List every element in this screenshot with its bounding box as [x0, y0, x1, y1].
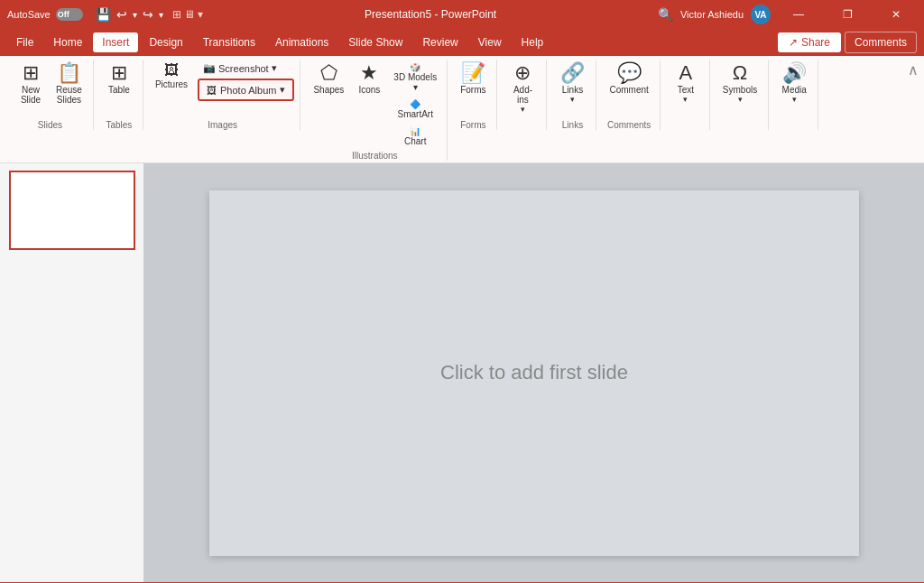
media-button[interactable]: 🔊 Media ▾ [776, 60, 812, 107]
forms-group-label: Forms [460, 118, 485, 130]
qat-icons: ⊞ 🖥 ▾ [172, 8, 204, 21]
menu-file[interactable]: File [7, 32, 42, 52]
addins-button[interactable]: ⊕ Add-ins ▾ [504, 60, 541, 117]
comment-button[interactable]: 💬 Comment [604, 60, 653, 98]
canvas-placeholder[interactable]: Click to add first slide [440, 361, 628, 384]
ribbon-group-illustrations: ⬠ Shapes ★ Icons 🎲 3D Models ▾ 🔷 SmartAr… [302, 60, 448, 161]
ribbon-collapse-button[interactable]: ∧ [906, 60, 920, 80]
autosave-label: AutoSave [7, 9, 51, 20]
undo-icon[interactable]: ↩ [116, 7, 127, 22]
ribbon-group-media: 🔊 Media ▾ [771, 60, 818, 130]
symbols-icon: Ω [733, 63, 747, 83]
ribbon-group-text: A Text ▾ [662, 60, 710, 130]
share-button[interactable]: ↗ Share [778, 32, 841, 52]
pictures-button[interactable]: 🖼 Pictures [151, 60, 192, 92]
media-icon: 🔊 [782, 63, 807, 83]
restore-button[interactable]: ❐ [827, 0, 868, 29]
ribbon-group-tables: ⊞ Table Tables [96, 60, 143, 130]
redo-icon[interactable]: ↪ [143, 7, 153, 22]
new-slide-icon: ⊞ [23, 63, 39, 83]
screenshot-button[interactable]: 📷 Screenshot ▾ [198, 60, 294, 77]
comments-button[interactable]: Comments [845, 32, 917, 53]
slide-canvas[interactable]: Click to add first slide [209, 190, 859, 556]
links-icon: 🔗 [560, 63, 585, 83]
reuse-slides-icon: 📋 [57, 63, 81, 83]
screenshot-icon: 📷 [203, 62, 216, 74]
links-button[interactable]: 🔗 Links ▾ [554, 60, 590, 107]
forms-icon: 📝 [461, 63, 485, 83]
title-bar-left: AutoSave Off 💾 ↩ ▾ ↪ ▾ ⊞ 🖥 ▾ [7, 7, 203, 22]
table-button[interactable]: ⊞ Table [101, 60, 137, 98]
photo-album-button[interactable]: 🖼 Photo Album ▾ [198, 79, 294, 101]
text-icon: A [679, 63, 693, 83]
share-icon: ↗ [789, 36, 798, 49]
ribbon-group-forms: 📝 Forms Forms [449, 60, 497, 130]
ribbon-group-comments: 💬 Comment Comments [598, 60, 660, 130]
undo-arrow[interactable]: ▾ [133, 10, 137, 20]
menu-view[interactable]: View [469, 32, 511, 52]
main-area: Click to add first slide [0, 163, 924, 582]
menu-actions: ↗ Share Comments [778, 32, 917, 53]
table-icon: ⊞ [111, 63, 127, 83]
forms-button[interactable]: 📝 Forms [455, 60, 491, 98]
slides-panel[interactable] [0, 163, 144, 582]
app-title: Presentation5 - PowerPoint [203, 8, 658, 21]
pictures-icon: 🖼 [164, 62, 179, 79]
illus-col: 🎲 3D Models ▾ 🔷 SmartArt 📊 Chart [389, 60, 441, 149]
comment-icon: 💬 [617, 63, 642, 83]
autosave-toggle[interactable]: Off [56, 8, 83, 21]
slides-buttons: ⊞ New Slide 📋 Reuse Slides [13, 60, 88, 118]
username-label: Victor Ashiedu [680, 9, 744, 20]
title-bar-right: 🔍 Victor Ashiedu VA — ❐ ✕ [658, 0, 917, 29]
models-icon: 🎲 [410, 62, 420, 72]
photo-album-dropdown-arrow[interactable]: ▾ [280, 84, 285, 96]
text-button[interactable]: A Text ▾ [668, 60, 704, 107]
chart-button[interactable]: 📊 Chart [389, 124, 441, 149]
reuse-slides-button[interactable]: 📋 Reuse Slides [51, 60, 88, 108]
slides-group-label: Slides [38, 118, 62, 130]
menu-animations[interactable]: Animations [266, 32, 337, 52]
chart-icon: 📊 [410, 126, 420, 136]
menu-slideshow[interactable]: Slide Show [339, 32, 411, 52]
icons-button[interactable]: ★ Icons [351, 60, 387, 149]
screenshot-dropdown-arrow[interactable]: ▾ [272, 62, 277, 74]
shapes-icon: ⬠ [320, 63, 337, 83]
smartart-button[interactable]: 🔷 SmartArt [389, 97, 441, 122]
comments-group-label: Comments [607, 118, 651, 130]
menu-bar: File Home Insert Design Transitions Anim… [0, 29, 924, 56]
new-slide-button[interactable]: ⊞ New Slide [13, 60, 49, 108]
ribbon-group-links: 🔗 Links ▾ Links [549, 60, 596, 130]
close-button[interactable]: ✕ [875, 0, 917, 29]
canvas-area[interactable]: Click to add first slide [144, 163, 924, 582]
title-bar: AutoSave Off 💾 ↩ ▾ ↪ ▾ ⊞ 🖥 ▾ Presentatio… [0, 0, 924, 29]
menu-review[interactable]: Review [413, 32, 467, 52]
menu-transitions[interactable]: Transitions [194, 32, 264, 52]
menu-insert[interactable]: Insert [93, 32, 138, 52]
minimize-button[interactable]: — [778, 0, 819, 29]
shapes-button[interactable]: ⬠ Shapes [308, 60, 349, 149]
3d-models-button[interactable]: 🎲 3D Models ▾ [389, 60, 441, 95]
symbols-button[interactable]: Ω Symbols ▾ [717, 60, 762, 107]
user-avatar[interactable]: VA [751, 5, 771, 24]
images-buttons: 🖼 Pictures 📷 Screenshot ▾ 🖼 Photo Album … [151, 60, 295, 118]
smartart-icon: 🔷 [410, 99, 420, 109]
search-icon[interactable]: 🔍 [658, 7, 673, 22]
icons-icon: ★ [360, 63, 378, 83]
tables-buttons: ⊞ Table [101, 60, 137, 118]
ribbon: ⊞ New Slide 📋 Reuse Slides Slides ⊞ Tabl… [0, 56, 924, 163]
menu-help[interactable]: Help [513, 32, 553, 52]
ribbon-group-addins: ⊕ Add-ins ▾ [499, 60, 547, 130]
redo-arrow[interactable]: ▾ [159, 10, 163, 20]
tables-group-label: Tables [106, 118, 132, 130]
slide-thumbnail-1[interactable] [9, 171, 135, 250]
photo-album-icon: 🖼 [207, 85, 217, 96]
save-icon[interactable]: 💾 [96, 7, 111, 22]
menu-home[interactable]: Home [44, 32, 91, 52]
images-group-label: Images [208, 118, 237, 130]
ribbon-group-images: 🖼 Pictures 📷 Screenshot ▾ 🖼 Photo Album … [145, 60, 301, 130]
ribbon-group-slides: ⊞ New Slide 📋 Reuse Slides Slides [7, 60, 94, 130]
links-group-label: Links [562, 118, 583, 130]
images-sub-group: 📷 Screenshot ▾ 🖼 Photo Album ▾ [198, 60, 294, 101]
menu-design[interactable]: Design [140, 32, 191, 52]
illustrations-group-label: Illustrations [352, 149, 398, 161]
